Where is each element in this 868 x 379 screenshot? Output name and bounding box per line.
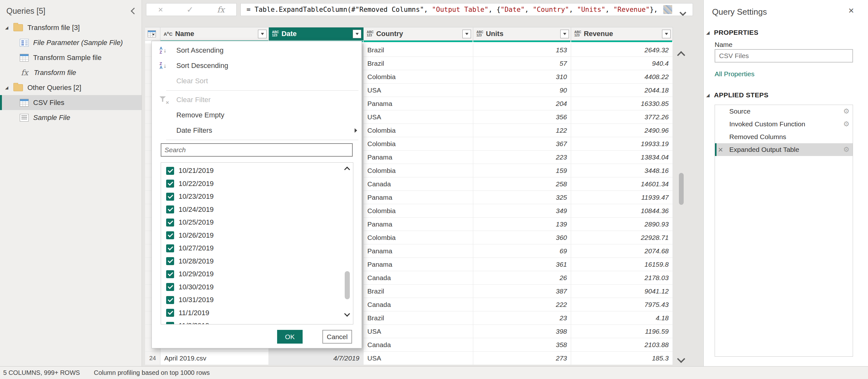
cell-revenue[interactable]: 2490.96 xyxy=(571,124,673,137)
gear-icon[interactable]: ⚙ xyxy=(843,121,849,127)
sidebar-item-csv-files[interactable]: CSV Files xyxy=(0,95,142,110)
cancel-button[interactable]: Cancel xyxy=(322,330,352,344)
cell-units[interactable]: 57 xyxy=(473,57,571,70)
cell-country[interactable]: Canada xyxy=(364,271,473,285)
cell-country[interactable]: USA xyxy=(364,110,473,124)
cell-country[interactable]: Panama xyxy=(364,191,473,204)
cell-revenue[interactable]: 16330.85 xyxy=(571,97,673,110)
cell-revenue[interactable]: 2074.68 xyxy=(571,244,673,258)
cell-country[interactable]: Brazil xyxy=(364,57,473,70)
section-header-properties[interactable]: ◢ PROPERTIES xyxy=(706,29,758,36)
filter-value-item[interactable]: 10/30/2019 xyxy=(161,281,353,294)
cell-revenue[interactable]: 1196.59 xyxy=(571,325,673,338)
cell-units[interactable]: 90 xyxy=(473,84,571,97)
checkbox-checked-icon[interactable] xyxy=(166,205,174,213)
cell-revenue[interactable]: 19933.19 xyxy=(571,137,673,151)
checkbox-checked-icon[interactable] xyxy=(166,218,174,227)
filter-value-item[interactable]: 10/27/2019 xyxy=(161,242,353,255)
cell-country[interactable]: Brazil xyxy=(364,311,473,325)
column-header-revenue[interactable]: ABC123 Revenue xyxy=(571,27,673,40)
menu-item-sort-ascending[interactable]: AZ↓ Sort Ascending xyxy=(152,43,362,58)
cell-country[interactable]: USA xyxy=(364,325,473,338)
cell-revenue[interactable]: 2649.32 xyxy=(571,43,673,57)
expand-formula-bar-button[interactable] xyxy=(681,7,687,13)
cell-country[interactable]: USA xyxy=(364,352,473,365)
cell-units[interactable]: 223 xyxy=(473,151,571,164)
cell-units[interactable]: 159 xyxy=(473,164,571,177)
cell-revenue[interactable]: 940.4 xyxy=(571,57,673,70)
cell-units[interactable]: 139 xyxy=(473,217,571,231)
cell-country[interactable]: Colombia xyxy=(364,137,473,151)
column-header-name[interactable]: ABC Name xyxy=(160,27,269,40)
cell-revenue[interactable]: 14601.34 xyxy=(571,177,673,191)
gear-icon[interactable]: ⚙ xyxy=(843,108,849,115)
collapse-panel-icon[interactable] xyxy=(131,8,137,14)
filter-value-item[interactable]: 11/1/2019 xyxy=(161,307,353,320)
scroll-up-button[interactable] xyxy=(345,167,349,173)
cell-revenue[interactable]: 3448.16 xyxy=(571,164,673,177)
cell-country[interactable]: Colombia xyxy=(364,204,473,217)
cell-country[interactable]: Colombia xyxy=(364,231,473,244)
formula-cancel-icon[interactable]: × xyxy=(158,5,163,14)
tree-expanded-icon[interactable]: ◢ xyxy=(5,25,13,30)
menu-item-date-filters[interactable]: Date Filters xyxy=(152,123,362,138)
sidebar-item-other-queries-2[interactable]: ◢Other Queries [2] xyxy=(0,80,142,95)
ok-button[interactable]: OK xyxy=(277,330,303,344)
filter-value-item[interactable]: 10/22/2019 xyxy=(161,177,353,191)
row-number[interactable]: 24 xyxy=(145,352,160,365)
filter-dropdown-button[interactable] xyxy=(462,30,471,38)
cell-units[interactable]: 325 xyxy=(473,191,571,204)
cell-units[interactable]: 310 xyxy=(473,70,571,84)
cell-revenue[interactable]: 2890.93 xyxy=(571,217,673,231)
sidebar-item-transform-file-3[interactable]: ◢Transform file [3] xyxy=(0,20,142,35)
filter-value-item[interactable]: 10/25/2019 xyxy=(161,216,353,229)
checkbox-checked-icon[interactable] xyxy=(166,296,174,304)
sidebar-item-sample-file[interactable]: Sample File xyxy=(0,110,142,125)
cell-units[interactable]: 23 xyxy=(473,311,571,325)
cell-revenue[interactable]: 7975.43 xyxy=(571,298,673,311)
filter-value-item[interactable]: 10/29/2019 xyxy=(161,268,353,281)
cell-revenue[interactable]: 4.18 xyxy=(571,311,673,325)
checkbox-checked-icon[interactable] xyxy=(166,283,174,291)
delete-step-icon[interactable]: × xyxy=(718,145,723,154)
cell-units[interactable]: 358 xyxy=(473,338,571,352)
cell-revenue[interactable]: 10844.36 xyxy=(571,204,673,217)
applied-step-expanded-output-table[interactable]: ×Expanded Output Table⚙ xyxy=(715,143,853,156)
scrollbar-thumb[interactable] xyxy=(679,173,684,205)
formula-input[interactable]: = Table.ExpandTableColumn(#"Removed Colu… xyxy=(241,3,693,16)
checkbox-checked-icon[interactable] xyxy=(166,180,174,187)
column-header-country[interactable]: ABC123 Country xyxy=(364,27,473,40)
cell-country[interactable]: Colombia xyxy=(364,164,473,177)
checkbox-checked-icon[interactable] xyxy=(166,309,174,317)
cell-units[interactable]: 387 xyxy=(473,285,571,298)
formula-commit-icon[interactable]: ✓ xyxy=(187,5,193,14)
cell-country[interactable]: Panama xyxy=(364,217,473,231)
cell-units[interactable]: 349 xyxy=(473,204,571,217)
cell-revenue[interactable]: 2178.03 xyxy=(571,271,673,285)
cell-units[interactable]: 356 xyxy=(473,110,571,124)
filter-value-item[interactable]: 11/2/2019 xyxy=(161,319,353,324)
filter-value-item[interactable]: 10/23/2019 xyxy=(161,190,353,203)
applied-step-invoked-custom-function[interactable]: Invoked Custom Function⚙ xyxy=(715,118,853,130)
cell-units[interactable]: 273 xyxy=(473,352,571,365)
cell-date[interactable]: 4/7/2019 xyxy=(269,352,364,365)
checkbox-checked-icon[interactable] xyxy=(166,322,174,324)
cell-units[interactable]: 367 xyxy=(473,137,571,151)
filter-value-item[interactable]: 10/31/2019 xyxy=(161,293,353,307)
cell-country[interactable]: Brazil xyxy=(364,43,473,57)
filter-value-item[interactable]: 10/28/2019 xyxy=(161,255,353,268)
checkbox-checked-icon[interactable] xyxy=(166,244,174,252)
cell-units[interactable]: 360 xyxy=(473,231,571,244)
cell-units[interactable]: 258 xyxy=(473,177,571,191)
checkbox-checked-icon[interactable] xyxy=(166,257,174,265)
cell-country[interactable]: Colombia xyxy=(364,70,473,84)
cell-country[interactable]: USA xyxy=(364,84,473,97)
cell-country[interactable]: Canada xyxy=(364,177,473,191)
scroll-down-button[interactable] xyxy=(678,356,684,363)
menu-item-sort-descending[interactable]: ZA↓ Sort Descending xyxy=(152,58,362,74)
cell-country[interactable]: Canada xyxy=(364,298,473,311)
cell-units[interactable]: 153 xyxy=(473,43,571,57)
scroll-up-button[interactable] xyxy=(678,52,684,59)
column-header-date[interactable]: ABC123 Date xyxy=(269,27,364,40)
filter-dropdown-button-open[interactable] xyxy=(353,30,361,38)
